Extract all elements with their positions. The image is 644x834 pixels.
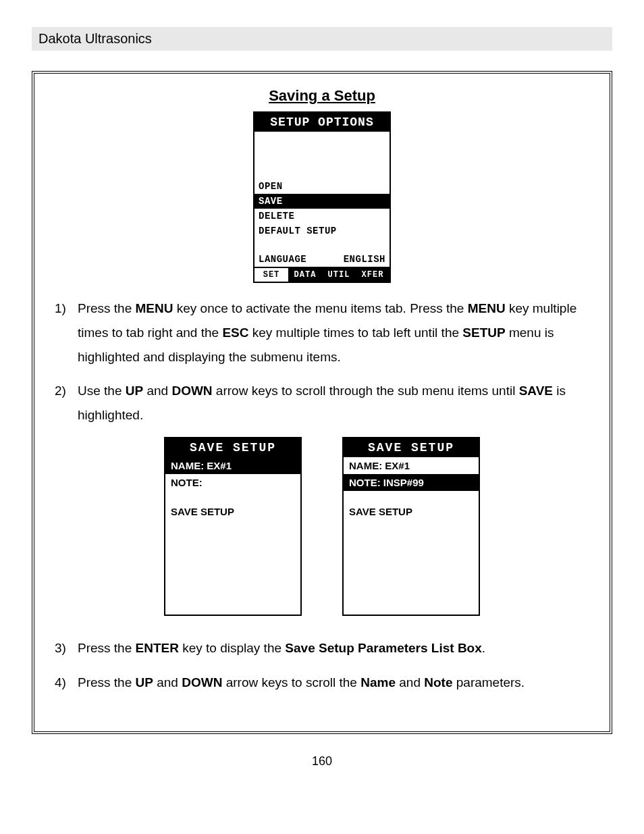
lcd-setup-options: SETUP OPTIONS OPEN SAVE DELETE DEFAULT S… xyxy=(253,111,391,283)
step-1: 1) Press the MENU key once to activate t… xyxy=(55,296,589,369)
lcd-fill-right xyxy=(344,520,479,615)
key-up: UP xyxy=(136,675,153,689)
tab-data: DATA xyxy=(288,268,322,282)
key-menu: MENU xyxy=(136,301,173,315)
key-menu: MENU xyxy=(468,301,506,315)
lcd-spacer xyxy=(254,132,390,179)
step-2-number: 2) xyxy=(55,379,78,427)
lcd-gap xyxy=(254,238,390,252)
key-down: DOWN xyxy=(171,384,212,398)
key-down: DOWN xyxy=(182,675,222,689)
lcd-fill-left xyxy=(165,520,300,615)
menu-item-delete: DELETE xyxy=(254,209,390,224)
text: and xyxy=(396,675,424,689)
text: Use the xyxy=(78,384,126,398)
param-name-left: NAME: EX#1 xyxy=(165,457,300,474)
tab-util: UTIL xyxy=(322,268,356,282)
text: Press the xyxy=(78,301,136,315)
step-4-number: 4) xyxy=(55,671,78,695)
lcd-save-setup-right: SAVE SETUP NAME: EX#1 NOTE: INSP#99 SAVE… xyxy=(342,437,480,616)
page-number: 160 xyxy=(32,754,612,768)
instructions-block-1: 1) Press the MENU key once to activate t… xyxy=(55,296,589,427)
instructions-block-2: 3) Press the ENTER key to display the Sa… xyxy=(55,636,589,694)
lcd-save-setup-left: SAVE SETUP NAME: EX#1 NOTE: SAVE SETUP xyxy=(164,437,302,616)
page: Dakota Ultrasonics Saving a Setup SETUP … xyxy=(32,27,612,768)
text: key to display the xyxy=(179,641,285,655)
content-frame: Saving a Setup SETUP OPTIONS OPEN SAVE D… xyxy=(32,71,612,734)
text: . xyxy=(482,641,485,655)
text: and xyxy=(153,675,182,689)
menu-item-open: OPEN xyxy=(254,179,390,194)
param-savesetup-left: SAVE SETUP xyxy=(165,503,300,520)
menu-item-save: SAVE xyxy=(254,194,390,209)
text: arrow keys to scroll through the sub men… xyxy=(213,384,519,398)
param-savesetup-right: SAVE SETUP xyxy=(344,503,479,520)
term-listbox: Save Setup Parameters List Box xyxy=(285,641,481,655)
key-enter: ENTER xyxy=(136,641,179,655)
param-name: Name xyxy=(360,675,396,689)
gap xyxy=(344,491,479,503)
param-note: Note xyxy=(424,675,452,689)
text: key multiple times to tab left until the xyxy=(248,325,462,340)
step-2-text: Use the UP and DOWN arrow keys to scroll… xyxy=(78,379,589,427)
param-note-right: NOTE: INSP#99 xyxy=(344,474,479,491)
lcd-title: SETUP OPTIONS xyxy=(254,113,390,132)
lcd-tabs: SET DATA UTIL XFER xyxy=(254,267,390,282)
item-save: SAVE xyxy=(519,384,553,398)
text: and xyxy=(143,384,171,398)
menu-item-default: DEFAULT SETUP xyxy=(254,224,390,238)
text: parameters. xyxy=(452,675,525,689)
lcd-title-left: SAVE SETUP xyxy=(165,438,300,457)
language-label: LANGUAGE xyxy=(259,254,306,265)
key-esc: ESC xyxy=(222,325,248,340)
menu-setup: SETUP xyxy=(462,325,505,340)
step-3-text: Press the ENTER key to display the Save … xyxy=(78,636,589,660)
section-title: Saving a Setup xyxy=(55,87,589,105)
language-value: ENGLISH xyxy=(344,254,385,265)
tab-xfer: XFER xyxy=(356,268,390,282)
key-up: UP xyxy=(126,384,143,398)
param-name-right: NAME: EX#1 xyxy=(344,457,479,474)
screenshot-row-1: SETUP OPTIONS OPEN SAVE DELETE DEFAULT S… xyxy=(55,111,589,283)
step-3-number: 3) xyxy=(55,636,78,660)
lcd-title-right: SAVE SETUP xyxy=(344,438,479,457)
step-3: 3) Press the ENTER key to display the Sa… xyxy=(55,636,589,660)
menu-item-language: LANGUAGE ENGLISH xyxy=(254,252,390,267)
param-note-left: NOTE: xyxy=(165,474,300,491)
step-4: 4) Press the UP and DOWN arrow keys to s… xyxy=(55,671,589,695)
screenshot-pair: SAVE SETUP NAME: EX#1 NOTE: SAVE SETUP S… xyxy=(55,437,589,616)
gap xyxy=(165,491,300,503)
step-4-text: Press the UP and DOWN arrow keys to scro… xyxy=(78,671,589,695)
text: Press the xyxy=(78,675,136,689)
text: arrow keys to scroll the xyxy=(222,675,360,689)
step-2: 2) Use the UP and DOWN arrow keys to scr… xyxy=(55,379,589,427)
step-1-text: Press the MENU key once to activate the … xyxy=(78,296,589,369)
header-bar: Dakota Ultrasonics xyxy=(32,27,612,51)
text: key once to activate the menu items tab.… xyxy=(173,301,468,315)
text: Press the xyxy=(78,641,136,655)
step-1-number: 1) xyxy=(55,296,78,369)
tab-set: SET xyxy=(254,268,288,282)
